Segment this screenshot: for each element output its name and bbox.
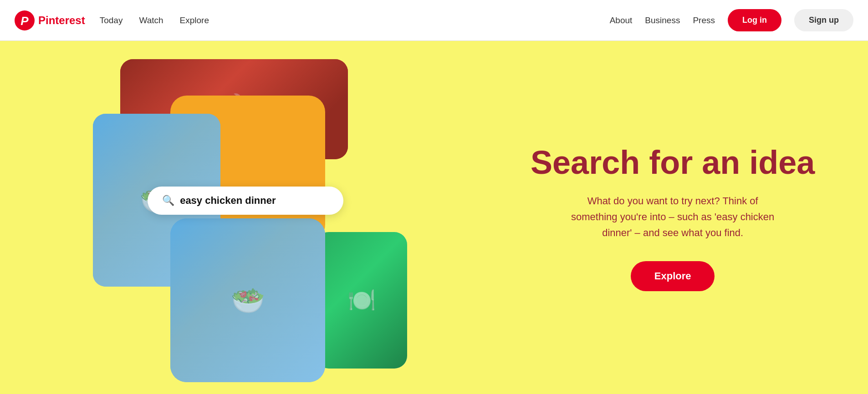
search-icon: 🔍: [162, 195, 174, 207]
navbar-right: About Business Press Log in Sign up: [610, 9, 853, 31]
pinterest-logo-icon: P: [15, 10, 35, 30]
nav-today[interactable]: Today: [98, 13, 125, 28]
nav-explore[interactable]: Explore: [178, 13, 211, 28]
navbar-left: P Pinterest Today Watch Explore: [15, 10, 211, 30]
food-image-bottom-center: [170, 218, 325, 382]
nav-watch[interactable]: Watch: [137, 13, 165, 28]
nav-business[interactable]: Business: [645, 15, 680, 25]
navbar: P Pinterest Today Watch Explore About Bu…: [0, 0, 868, 41]
hero-right: Search for an idea What do you want to t…: [477, 41, 868, 394]
logo-text: Pinterest: [38, 14, 85, 27]
hero-left: 🔍 easy chicken dinner: [0, 41, 477, 394]
search-text: easy chicken dinner: [180, 195, 276, 207]
hero-search-bar[interactable]: 🔍 easy chicken dinner: [148, 187, 343, 215]
image-collage: 🔍 easy chicken dinner: [93, 59, 403, 378]
nav-press[interactable]: Press: [693, 15, 715, 25]
hero-title: Search for an idea: [531, 146, 815, 180]
signup-button[interactable]: Sign up: [794, 9, 853, 31]
login-button[interactable]: Log in: [728, 9, 781, 31]
hero-subtitle: What do you want to try next? Think of s…: [563, 193, 782, 241]
hero-section: 🔍 easy chicken dinner Search for an idea…: [0, 41, 868, 394]
logo-link[interactable]: P Pinterest: [15, 10, 85, 30]
nav-about[interactable]: About: [610, 15, 633, 25]
food-image-bottom-right: [316, 232, 407, 369]
explore-button[interactable]: Explore: [631, 261, 715, 291]
